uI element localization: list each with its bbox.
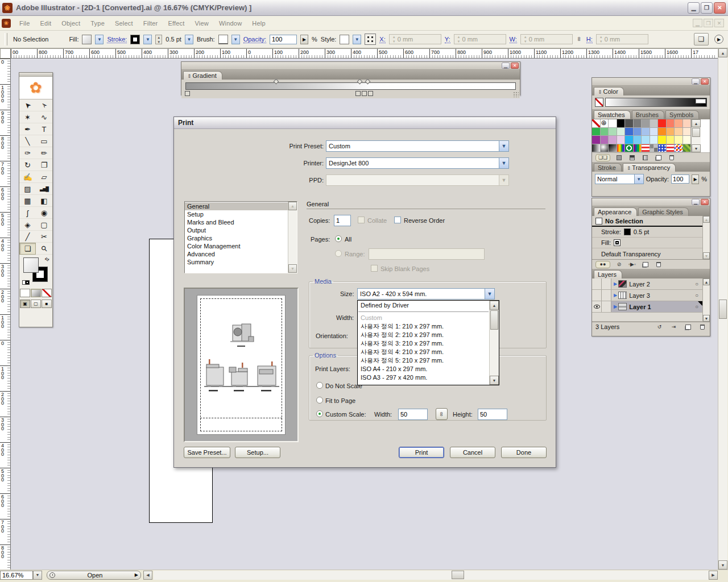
swatch[interactable] (609, 128, 617, 136)
constrain-proportions-icon[interactable]: ∞ (576, 36, 583, 43)
delete-item-button[interactable] (654, 261, 663, 268)
layer-row[interactable]: ▶Layer 2○ (592, 278, 710, 290)
swatch[interactable] (634, 144, 642, 153)
new-item-button[interactable] (641, 261, 650, 268)
sections-scrollbar[interactable]: ▲ ▼ (288, 202, 297, 273)
copies-input[interactable] (334, 215, 351, 226)
scroll-up-icon[interactable]: ▲ (703, 216, 710, 223)
swatch[interactable] (675, 144, 683, 153)
gradient-slider[interactable] (185, 82, 516, 90)
status-flyout-icon[interactable]: ▶ (135, 572, 138, 577)
target-circle-icon[interactable]: ○ (695, 292, 698, 298)
section-setup[interactable]: Setup (185, 210, 288, 218)
swatch[interactable] (634, 136, 642, 144)
full-screen-menu-mode-button[interactable]: ▢ (31, 300, 41, 308)
pencil-tool[interactable]: ✏ (36, 147, 52, 159)
white-selector[interactable] (696, 99, 706, 103)
scale-height-input[interactable] (478, 409, 507, 420)
stroke-link[interactable]: Stroke: (107, 36, 127, 43)
size-option[interactable]: 사용자 정의 2: 210 x 297 mm. (358, 331, 489, 339)
swatch[interactable] (625, 144, 634, 153)
size-combo[interactable]: ISO A2 - 420 x 594 mm.▼ (357, 288, 495, 300)
target-circle-icon[interactable]: ○ (695, 304, 698, 310)
scroll-down-icon[interactable]: ▼ (718, 560, 727, 569)
gradient-resize-grip[interactable] (513, 92, 519, 97)
swatch[interactable] (658, 144, 667, 153)
pages-all-radio[interactable] (335, 235, 342, 242)
visibility-toggle[interactable] (592, 278, 602, 289)
swatch[interactable] (650, 128, 659, 136)
swatch[interactable] (592, 119, 601, 128)
symbol-sprayer-tool[interactable]: ▨ (19, 183, 36, 195)
chevron-down-icon[interactable]: ▼ (485, 289, 494, 299)
swatch[interactable] (625, 136, 634, 144)
appearance-row-stroke[interactable]: Stroke: 0.5 pt (592, 227, 702, 238)
brush-swatch[interactable] (218, 35, 228, 44)
tab-appearance[interactable]: Appearance (594, 207, 637, 216)
scroll-up-icon[interactable]: ▲ (692, 119, 701, 127)
scroll-down-icon[interactable]: ▼ (703, 252, 710, 259)
expand-triangle-icon[interactable]: ▶ (614, 304, 617, 309)
size-option[interactable]: 사용자 정의 3: 210 x 297 mm. (358, 339, 489, 348)
scale-tool[interactable]: ❐ (36, 159, 52, 171)
stroke-dropdown-arrow-icon[interactable]: ▼ (143, 35, 152, 44)
duplicate-item-button[interactable]: ◦▶◦ (628, 261, 636, 268)
palette-title-bar[interactable]: ▁ ✕ (592, 78, 710, 86)
print-preset-combo[interactable]: Custom▼ (326, 140, 509, 152)
none-swatch-icon[interactable] (595, 98, 603, 107)
gradient-button[interactable] (31, 289, 41, 297)
vertical-scrollbar[interactable]: ▲ ▼ (718, 48, 727, 569)
tab-graphic-styles[interactable]: Graphic Styles (638, 207, 689, 216)
show-all-swatches-button[interactable]: ❏❏ (595, 154, 610, 161)
tab-gradient[interactable]: ⇕Gradient (183, 71, 222, 80)
swatch[interactable] (601, 128, 609, 136)
swatch[interactable] (675, 128, 683, 136)
scroll-right-icon[interactable]: ▶ (709, 571, 718, 580)
appearance-row-fill[interactable]: Fill: (592, 238, 702, 248)
gradient-stop-icon[interactable] (185, 91, 190, 96)
show-pattern-swatches-button[interactable] (641, 154, 650, 161)
palette-minimize-icon[interactable]: ▁ (692, 78, 700, 85)
blend-mode-combo[interactable]: Normal▼ (595, 174, 644, 184)
swatch[interactable] (650, 144, 659, 153)
horizontal-ruler[interactable]: 0080070060050040030020010001002003004005… (11, 48, 718, 59)
style-dropdown-arrow-icon[interactable]: ▼ (353, 35, 361, 44)
page-tool[interactable]: ❏ (19, 243, 36, 255)
maximize-button[interactable]: ❐ (701, 2, 713, 14)
swatch[interactable] (601, 136, 609, 144)
delete-swatch-button[interactable] (667, 154, 676, 161)
swatch[interactable] (667, 128, 675, 136)
chevron-down-icon[interactable]: ▼ (499, 141, 508, 151)
palette-close-icon[interactable]: ✕ (701, 78, 709, 85)
swatch[interactable] (617, 136, 626, 144)
rotate-tool[interactable]: ↻ (19, 159, 36, 171)
reference-point-icon[interactable] (365, 34, 376, 45)
swatch[interactable] (634, 119, 642, 128)
swatch[interactable] (601, 119, 609, 128)
scroll-left-icon[interactable]: ◀ (143, 571, 152, 580)
column-graph-tool[interactable]: ▃▅█ (36, 183, 52, 195)
swatch[interactable] (609, 136, 617, 144)
blend-tool[interactable]: ◉ (36, 207, 52, 219)
swatch[interactable] (592, 136, 601, 144)
layer-row[interactable]: ▶Layer 1○ (592, 301, 710, 313)
size-option[interactable]: 사용자 정의 1: 210 x 297 mm. (358, 322, 489, 331)
custom-scale-radio[interactable] (316, 410, 323, 417)
control-bar-grip[interactable] (5, 33, 7, 45)
zoom-dropdown-icon[interactable]: ▼ (33, 571, 42, 580)
magic-wand-tool[interactable]: ✶ (19, 111, 36, 123)
show-color-swatches-button[interactable] (615, 154, 623, 161)
swatch[interactable] (675, 136, 683, 144)
go-to-bridge-button[interactable]: ❏ (694, 33, 709, 45)
swatch[interactable] (625, 119, 634, 128)
color-ramp[interactable] (592, 95, 710, 109)
chevron-down-icon[interactable]: ▼ (499, 158, 508, 168)
swatch-grid[interactable] (592, 119, 691, 152)
color-button[interactable] (20, 289, 30, 297)
stroke-weight-stepper[interactable]: ▲▼ (155, 35, 162, 44)
opacity-link[interactable]: Opacity: (243, 36, 266, 43)
menu-window[interactable]: Window (214, 18, 247, 29)
visibility-toggle[interactable] (592, 290, 602, 301)
free-transform-tool[interactable]: ▱ (36, 171, 52, 183)
swatch[interactable] (601, 144, 609, 153)
